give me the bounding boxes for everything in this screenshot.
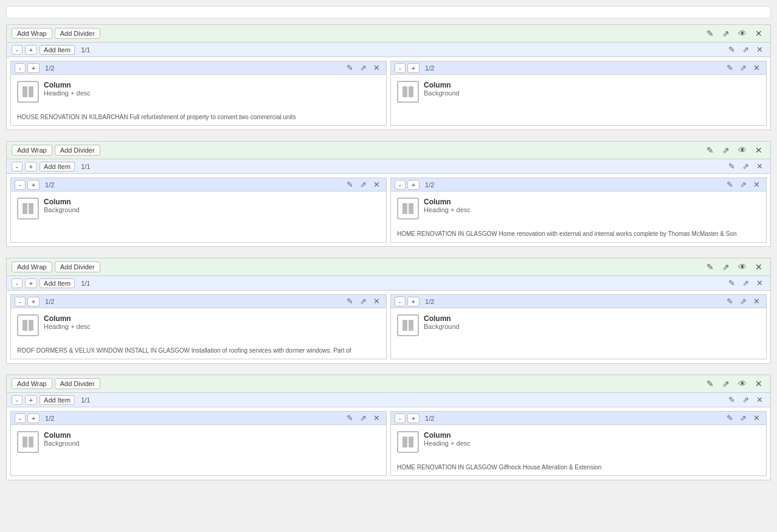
col-minus-button[interactable]: -	[395, 297, 406, 306]
col-share-button[interactable]: ⇗	[737, 179, 749, 190]
col-edit-button[interactable]: ✎	[344, 63, 356, 73]
row-plus-button[interactable]: +	[25, 278, 37, 288]
col-share-button[interactable]: ⇗	[357, 413, 369, 423]
section-share-button[interactable]: ⇗	[719, 378, 733, 390]
row-close-button[interactable]: ✕	[754, 395, 765, 405]
row-minus-button[interactable]: -	[12, 162, 22, 171]
section-close-button[interactable]: ✕	[752, 27, 765, 40]
col-minus-button[interactable]: -	[15, 413, 26, 423]
col-info: ColumnBackground	[424, 314, 760, 330]
column-1-2: -+1/2✎⇗✕ColumnBackground	[390, 61, 767, 126]
add-item-button[interactable]: Add Item	[40, 45, 75, 55]
col-minus-button[interactable]: -	[15, 63, 26, 73]
row-close-button[interactable]: ✕	[754, 44, 765, 55]
row-edit-button[interactable]: ✎	[726, 161, 737, 171]
add-wrap-button[interactable]: Add Wrap	[12, 28, 52, 39]
row-edit-button[interactable]: ✎	[726, 278, 737, 288]
col-edit-button[interactable]: ✎	[724, 413, 736, 423]
col-plus-button[interactable]: +	[27, 297, 40, 306]
section-share-button[interactable]: ⇗	[719, 144, 733, 156]
col-share-button[interactable]: ⇗	[737, 63, 749, 73]
col-ratio-label: 1/2	[41, 297, 58, 306]
row-minus-button[interactable]: -	[12, 278, 22, 288]
column-icon	[397, 431, 419, 453]
col-close-button[interactable]: ✕	[371, 63, 382, 73]
row-plus-button[interactable]: +	[25, 45, 37, 55]
col-edit-button[interactable]: ✎	[724, 63, 736, 73]
section-eye-button[interactable]: 👁	[735, 261, 750, 273]
add-item-button[interactable]: Add Item	[40, 162, 75, 171]
sections-container: Add WrapAdd Divider✎⇗👁✕-+Add Item1/1✎⇗✕-…	[6, 24, 771, 480]
section-edit-button[interactable]: ✎	[703, 378, 717, 390]
col-plus-button[interactable]: +	[407, 63, 420, 73]
col-share-button[interactable]: ⇗	[357, 179, 369, 190]
col-close-button[interactable]: ✕	[371, 296, 382, 306]
section-close-button[interactable]: ✕	[752, 144, 765, 156]
column-icon	[17, 314, 39, 336]
col-edit-button[interactable]: ✎	[344, 179, 356, 190]
col-toolbar-4-2: -+1/2✎⇗✕	[391, 412, 766, 425]
section-edit-button[interactable]: ✎	[703, 261, 717, 273]
column-icon	[397, 314, 419, 336]
row-share-button[interactable]: ⇗	[740, 161, 751, 171]
col-edit-button[interactable]: ✎	[724, 179, 736, 190]
section-share-button[interactable]: ⇗	[719, 27, 733, 40]
add-divider-button[interactable]: Add Divider	[55, 261, 100, 272]
col-minus-button[interactable]: -	[15, 180, 26, 190]
section-edit-button[interactable]: ✎	[703, 144, 717, 156]
section-share-button[interactable]: ⇗	[719, 261, 733, 273]
col-close-button[interactable]: ✕	[751, 63, 762, 73]
columns-row-3: -+1/2✎⇗✕ColumnHeading + descROOF DORMERS…	[7, 291, 770, 363]
add-item-button[interactable]: Add Item	[40, 395, 75, 405]
svg-rect-5	[29, 203, 33, 214]
col-close-button[interactable]: ✕	[371, 179, 382, 190]
section-eye-button[interactable]: 👁	[735, 378, 750, 390]
col-close-button[interactable]: ✕	[371, 413, 382, 423]
col-share-button[interactable]: ⇗	[357, 296, 369, 306]
row-edit-button[interactable]: ✎	[726, 44, 737, 55]
section-close-button[interactable]: ✕	[752, 378, 765, 390]
col-close-button[interactable]: ✕	[751, 413, 762, 423]
section-eye-button[interactable]: 👁	[735, 144, 750, 156]
row-share-button[interactable]: ⇗	[740, 278, 751, 288]
row-minus-button[interactable]: -	[12, 45, 22, 55]
row-share-button[interactable]: ⇗	[740, 395, 751, 405]
col-edit-button[interactable]: ✎	[344, 296, 356, 306]
add-item-button[interactable]: Add Item	[40, 278, 75, 288]
col-minus-button[interactable]: -	[395, 63, 406, 73]
col-edit-button[interactable]: ✎	[724, 296, 736, 306]
col-share-button[interactable]: ⇗	[357, 63, 369, 73]
section-edit-button[interactable]: ✎	[703, 27, 717, 40]
add-divider-button[interactable]: Add Divider	[55, 378, 100, 389]
add-wrap-button[interactable]: Add Wrap	[12, 378, 52, 389]
col-plus-button[interactable]: +	[27, 63, 40, 73]
row-plus-button[interactable]: +	[25, 395, 37, 405]
row-share-button[interactable]: ⇗	[740, 44, 751, 55]
col-plus-button[interactable]: +	[407, 413, 420, 423]
col-plus-button[interactable]: +	[27, 180, 40, 190]
add-wrap-button[interactable]: Add Wrap	[12, 261, 52, 272]
section-close-button[interactable]: ✕	[752, 261, 765, 273]
col-share-button[interactable]: ⇗	[737, 413, 749, 423]
section-2: Add WrapAdd Divider✎⇗👁✕-+Add Item1/1✎⇗✕-…	[6, 141, 771, 247]
col-minus-button[interactable]: -	[15, 297, 26, 306]
col-minus-button[interactable]: -	[395, 413, 406, 423]
col-plus-button[interactable]: +	[407, 297, 420, 306]
add-divider-button[interactable]: Add Divider	[55, 28, 100, 39]
add-wrap-button[interactable]: Add Wrap	[12, 145, 52, 156]
row-close-button[interactable]: ✕	[754, 161, 765, 171]
col-close-button[interactable]: ✕	[751, 296, 762, 306]
row-edit-button[interactable]: ✎	[726, 395, 737, 405]
row-close-button[interactable]: ✕	[754, 278, 765, 288]
col-plus-button[interactable]: +	[407, 180, 420, 190]
section-eye-button[interactable]: 👁	[735, 27, 750, 40]
col-share-button[interactable]: ⇗	[737, 296, 749, 306]
col-minus-button[interactable]: -	[395, 180, 406, 190]
row-minus-button[interactable]: -	[12, 395, 22, 405]
col-edit-button[interactable]: ✎	[344, 413, 356, 423]
add-divider-button[interactable]: Add Divider	[55, 145, 100, 156]
row-plus-button[interactable]: +	[25, 162, 37, 171]
columns-row-2: -+1/2✎⇗✕ColumnBackground-+1/2✎⇗✕ColumnHe…	[7, 174, 770, 246]
col-plus-button[interactable]: +	[27, 413, 40, 423]
col-close-button[interactable]: ✕	[751, 179, 762, 190]
